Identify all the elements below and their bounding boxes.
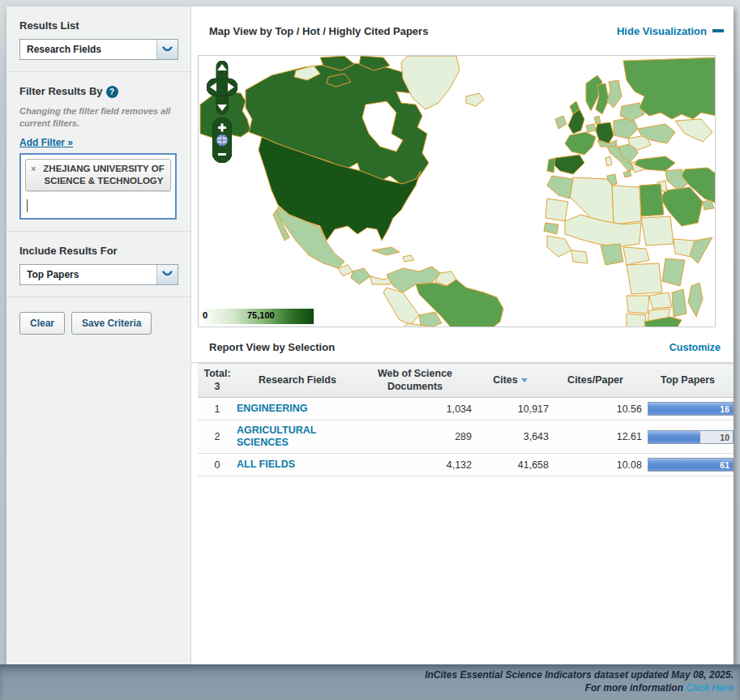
filter-section: Filter Results By? Changing the filter f… bbox=[6, 72, 190, 232]
map-pan-control[interactable] bbox=[207, 61, 237, 114]
hide-visualization-link[interactable]: Hide Visualization bbox=[617, 25, 724, 37]
footer-info-prefix: For more information bbox=[585, 682, 687, 694]
actions-section: Clear Save Criteria bbox=[6, 297, 190, 346]
content-area: Results List Research Fields Filter Resu… bbox=[6, 6, 734, 664]
row-rank: 0 bbox=[198, 454, 237, 476]
top-papers-bar: 16 bbox=[648, 402, 734, 416]
table-header-row: Total: 3 Research Fields Web of Science … bbox=[198, 364, 734, 398]
top-papers-bar: 61 bbox=[648, 458, 734, 472]
sort-desc-icon bbox=[521, 378, 528, 382]
cites-per-paper-value: 10.08 bbox=[549, 454, 642, 476]
include-results-dropdown[interactable]: Top Papers bbox=[19, 264, 178, 285]
field-link-engineering[interactable]: ENGINEERING bbox=[237, 403, 308, 414]
map-legend: 0 75,100 bbox=[200, 309, 314, 324]
filter-heading: Filter Results By? bbox=[19, 85, 178, 98]
country-ireland bbox=[555, 116, 567, 129]
country-spain bbox=[552, 155, 584, 174]
customize-link[interactable]: Customize bbox=[669, 342, 721, 353]
add-filter-link[interactable]: Add Filter » bbox=[19, 137, 73, 148]
column-header-cites[interactable]: Cites bbox=[472, 364, 549, 398]
country-france bbox=[565, 132, 596, 155]
cites-per-paper-value: 10.56 bbox=[549, 398, 642, 420]
report-view-header: Report View by Selection Customize bbox=[191, 332, 734, 363]
table-row: 1 ENGINEERING 1,034 10,917 10.56 16 bbox=[198, 398, 734, 420]
click-here-link[interactable]: Click Here bbox=[686, 682, 734, 694]
field-link-agricultural-sciences[interactable]: AGRICULTURAL SCIENCES bbox=[237, 425, 316, 448]
cites-per-paper-value: 12.61 bbox=[549, 420, 642, 454]
top-papers-bar: 10 bbox=[648, 430, 734, 444]
footer: InCites Essential Science Indicators dat… bbox=[0, 664, 740, 700]
top-papers-value: 16 bbox=[720, 404, 729, 414]
column-header-research-fields[interactable]: Research Fields bbox=[237, 364, 358, 398]
field-link-all-fields[interactable]: ALL FIELDS bbox=[237, 459, 295, 470]
country-finland bbox=[607, 80, 622, 108]
total-label: Total: bbox=[203, 368, 230, 379]
hide-visualization-label: Hide Visualization bbox=[617, 25, 707, 37]
chevron-down-icon[interactable] bbox=[156, 265, 178, 284]
country-nigeria bbox=[601, 244, 623, 265]
results-list-heading: Results List bbox=[19, 19, 178, 32]
include-results-heading: Include Results For bbox=[19, 245, 178, 257]
save-criteria-button[interactable]: Save Criteria bbox=[71, 312, 152, 335]
report-table: Total: 3 Research Fields Web of Science … bbox=[198, 363, 734, 476]
cites-value: 41,658 bbox=[472, 454, 549, 476]
map-view-header: Map View by Top / Hot / Highly Cited Pap… bbox=[191, 6, 734, 55]
legend-max-value: 75,100 bbox=[247, 310, 275, 320]
sidebar: Results List Research Fields Filter Resu… bbox=[6, 6, 191, 664]
legend-min-value: 0 bbox=[203, 310, 207, 320]
filter-tag-label: ZHEJIANG UNIVERSITY OF SCIENCE & TECHNOL… bbox=[42, 163, 165, 187]
filter-input-area[interactable]: × ZHEJIANG UNIVERSITY OF SCIENCE & TECHN… bbox=[19, 153, 177, 220]
table-row: 2 AGRICULTURAL SCIENCES 289 3,643 12.61 … bbox=[198, 420, 734, 454]
footer-info-line: For more information Click Here bbox=[0, 682, 734, 695]
row-rank: 2 bbox=[198, 420, 237, 454]
country-sweden bbox=[596, 83, 609, 114]
filter-tag[interactable]: × ZHEJIANG UNIVERSITY OF SCIENCE & TECHN… bbox=[25, 159, 171, 191]
results-list-section: Results List Research Fields bbox=[6, 6, 190, 72]
zoom-out-icon bbox=[218, 153, 226, 156]
cites-value: 10,917 bbox=[472, 398, 549, 420]
country-libya bbox=[612, 186, 641, 224]
table-row: 0 ALL FIELDS 4,132 41,658 10.08 61 bbox=[198, 454, 734, 476]
choropleth-map[interactable] bbox=[199, 56, 716, 327]
include-results-dropdown-value: Top Papers bbox=[20, 265, 178, 284]
text-cursor bbox=[27, 199, 28, 212]
chevron-down-icon[interactable] bbox=[156, 40, 178, 59]
page-frame: Results List Research Fields Filter Resu… bbox=[0, 0, 740, 700]
column-header-cites-per-paper[interactable]: Cites/Paper bbox=[549, 364, 642, 398]
country-morocco bbox=[547, 176, 573, 198]
country-madagascar bbox=[688, 283, 703, 317]
wos-documents-value: 4,132 bbox=[358, 454, 472, 476]
top-papers-value: 61 bbox=[720, 460, 729, 470]
report-view-title: Report View by Selection bbox=[209, 341, 335, 353]
map-zoom-control[interactable] bbox=[212, 117, 232, 163]
map-view-title: Map View by Top / Hot / Highly Cited Pap… bbox=[209, 25, 428, 37]
column-header-wos-documents[interactable]: Web of Science Documents bbox=[358, 364, 472, 398]
filter-note: Changing the filter field removes all cu… bbox=[19, 105, 173, 130]
results-list-dropdown-value: Research Fields bbox=[20, 40, 178, 59]
country-cuba bbox=[372, 247, 400, 255]
cites-label: Cites bbox=[493, 374, 518, 386]
country-egypt bbox=[639, 184, 664, 216]
include-results-section: Include Results For Top Papers bbox=[6, 232, 190, 297]
world-map[interactable]: 0 75,100 bbox=[198, 55, 716, 327]
total-count-header: Total: 3 bbox=[198, 364, 237, 398]
clear-button[interactable]: Clear bbox=[19, 312, 65, 335]
row-rank: 1 bbox=[198, 398, 237, 420]
wos-documents-value: 289 bbox=[358, 420, 472, 454]
footer-dataset-line: InCites Essential Science Indicators dat… bbox=[0, 669, 734, 682]
help-icon[interactable]: ? bbox=[106, 86, 118, 98]
column-header-top-papers[interactable]: Top Papers bbox=[642, 364, 734, 398]
wos-documents-value: 1,034 bbox=[358, 398, 472, 420]
main-panel: Map View by Top / Hot / Highly Cited Pap… bbox=[191, 6, 734, 664]
top-papers-value: 10 bbox=[720, 433, 729, 442]
results-list-dropdown[interactable]: Research Fields bbox=[19, 39, 178, 60]
filter-heading-text: Filter Results By bbox=[19, 85, 103, 97]
collapse-minus-icon bbox=[712, 29, 724, 32]
country-iceland bbox=[466, 93, 484, 106]
remove-filter-icon[interactable]: × bbox=[31, 164, 36, 173]
country-portugal bbox=[547, 158, 555, 173]
country-uk bbox=[568, 109, 584, 134]
country-sudan bbox=[641, 216, 674, 245]
total-count: 3 bbox=[215, 381, 220, 392]
country-greenland bbox=[401, 56, 460, 109]
